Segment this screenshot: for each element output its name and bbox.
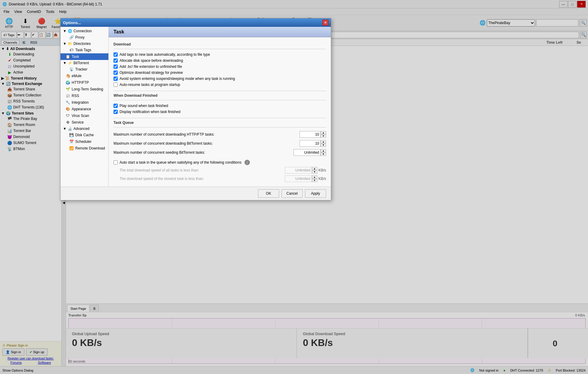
tree-httpftp-label: HTTP/FTP [72,80,89,85]
spinner-1-up[interactable]: ▲ [321,131,326,134]
tree-task-tags[interactable]: 🏷 Task Tags [61,47,108,53]
tree-virus-scan[interactable]: 🛡 Virus Scan [61,112,108,119]
tree-emule[interactable]: 🐴 eMule [61,73,108,79]
cb1-checkbox[interactable] [114,52,118,57]
spinner-3-down[interactable]: ▼ [321,152,326,156]
cb5-label: Avoid system entering suspend/sleeping m… [120,77,235,81]
tree-longterm-label: Long-Term Seeding [72,87,103,91]
tree-scheduler[interactable]: 📅 Scheduler [61,138,108,145]
spinner-1-down[interactable]: ▼ [321,134,326,138]
tree-emule-icon: 🐴 [65,74,70,78]
auto-start-label: Auto start a task in the queue when sati… [120,160,241,165]
dialog-main-content: Task Download Add tags to new task autom… [109,27,331,187]
spinner-2-down[interactable]: ▼ [321,143,326,147]
tree-tracker[interactable]: 📡 Tracker [61,66,108,73]
tree-connection-icon: 🌐 [68,29,72,33]
tree-bittorrent-label: BitTorrent [73,61,89,65]
dialog-title: Options... [63,20,81,25]
cb6-label: Auto-resume tasks at program startup [120,83,180,87]
cb8-row: Display notification when task finished [114,109,326,115]
auto-start-checkbox[interactable] [114,160,118,165]
cancel-button[interactable]: Cancel [282,189,303,198]
cb8-checkbox[interactable] [114,110,118,114]
cb1-row: Add tags to new task automatically, acco… [114,52,326,58]
speed-spinner-1-btns: ▲ ▼ [312,167,317,174]
cb6-checkbox[interactable] [114,83,118,87]
tree-proxy-icon: 🔗 [69,35,74,40]
dialog-body: ▼ 🌐 Connection 🔗 Proxy ▼ 📁 Directories 🏷… [61,27,331,187]
spinner-2-up[interactable]: ▲ [321,140,326,143]
speed-spinner-2-down[interactable]: ▼ [312,179,317,182]
tree-tracker-label: Tracker [75,67,87,71]
tree-emule-label: eMule [72,74,82,78]
queue-row-3: Maximum number of concurrent seeding Bit… [114,148,326,157]
spinner-3-up[interactable]: ▲ [321,149,326,152]
tree-directories-label: Directories [73,42,91,46]
tree-advanced-icon: 🔬 [68,127,72,131]
tree-httpftp-icon: 🌍 [65,80,70,85]
tree-service[interactable]: ⚙ Service [61,119,108,126]
tree-connection[interactable]: ▼ 🌐 Connection [61,28,108,34]
cb2-checkbox[interactable] [114,58,118,63]
ok-button[interactable]: OK [258,189,279,198]
tree-virus-scan-label: Virus Scan [72,114,89,118]
tree-disk-cache-label: Disk Cache [75,133,94,137]
tree-advanced[interactable]: ▼ 🔬 Advanced [61,126,108,132]
queue-label-3: Maximum number of concurrent seeding Bit… [114,150,294,155]
queue-label-2: Maximum number of concurrent downloading… [114,141,300,146]
speed-spinner-2: ▲ ▼ [285,175,317,182]
tree-directories-expand: ▼ [63,42,67,46]
speed-spinner-1-up[interactable]: ▲ [312,167,317,170]
tree-rss[interactable]: 📰 RSS [61,93,108,99]
speed-row-2: The download speed of the slowest task i… [114,174,326,183]
tree-advanced-label: Advanced [73,127,89,131]
cb5-checkbox[interactable] [114,77,118,81]
spinner-1-input[interactable] [300,131,321,138]
tree-proxy-label: Proxy [75,35,85,39]
tree-httpftp[interactable]: 🌍 HTTP/FTP [61,79,108,86]
tree-rss-icon: 📰 [65,93,70,98]
cb7-checkbox[interactable] [114,104,118,108]
cb4-label: Optimize download strategy for preview [120,71,183,75]
apply-button[interactable]: Apply [305,189,326,198]
cb3-checkbox[interactable] [114,64,118,69]
dialog-content-body: Download Add tags to new task automatica… [109,37,331,187]
tree-bittorrent[interactable]: ▼ ⚡ BitTorrent [61,60,108,66]
task-queue-section-title: Task Queue [114,121,326,125]
tree-proxy[interactable]: 🔗 Proxy [61,34,108,41]
tree-disk-cache[interactable]: 💾 Disk Cache [61,132,108,138]
tree-remote-download-label: Remote Download [75,146,105,150]
info-icon[interactable]: i [244,160,250,165]
tree-longterm[interactable]: 🌱 Long-Term Seeding [61,86,108,93]
speed-spinner-2-up[interactable]: ▲ [312,175,317,179]
queue-label-1: Maximum number of concurrent downloading… [114,132,300,137]
tree-appearance[interactable]: 🎨 Appearance [61,106,108,112]
tree-directories[interactable]: ▼ 📁 Directories [61,41,108,47]
speed-spinner-1-input[interactable] [285,167,312,174]
cb4-checkbox[interactable] [114,71,118,75]
speed-unit-1: KB/s [319,168,326,172]
speed-spinner-2-input[interactable] [285,175,312,182]
tree-longterm-icon: 🌱 [65,87,70,92]
tree-service-label: Service [72,120,84,124]
cb7-label: Play sound when task finished [120,104,168,108]
dialog-footer: OK Cancel Apply [61,187,331,200]
queue-row-2: Maximum number of concurrent downloading… [114,139,326,148]
tree-task-tags-label: Task Tags [75,48,91,52]
speed-spinner-1: ▲ ▼ [285,167,317,174]
tree-task-tags-icon: 🏷 [69,48,74,52]
tree-task[interactable]: 📋 Task [61,53,108,60]
tree-bittorrent-expand: ▼ [63,61,67,65]
tree-integration[interactable]: 🔧 Integration [61,99,108,106]
dialog-overlay: Options... ✕ ▼ 🌐 Connection 🔗 Proxy ▼ 📁 [0,0,588,374]
speed-spinner-1-down[interactable]: ▼ [312,170,317,174]
tree-remote-download-icon: 📶 [69,146,74,151]
spinner-2-input[interactable] [300,140,321,147]
tree-appearance-icon: 🎨 [65,107,70,112]
spinner-3-input[interactable] [294,149,321,156]
cb5-row: Avoid system entering suspend/sleeping m… [114,76,326,82]
tree-disk-cache-icon: 💾 [69,133,74,137]
speed-row-label-1: The total download speed of all tasks is… [120,168,285,172]
tree-remote-download[interactable]: 📶 Remote Download [61,145,108,152]
dialog-close-button[interactable]: ✕ [322,20,328,26]
